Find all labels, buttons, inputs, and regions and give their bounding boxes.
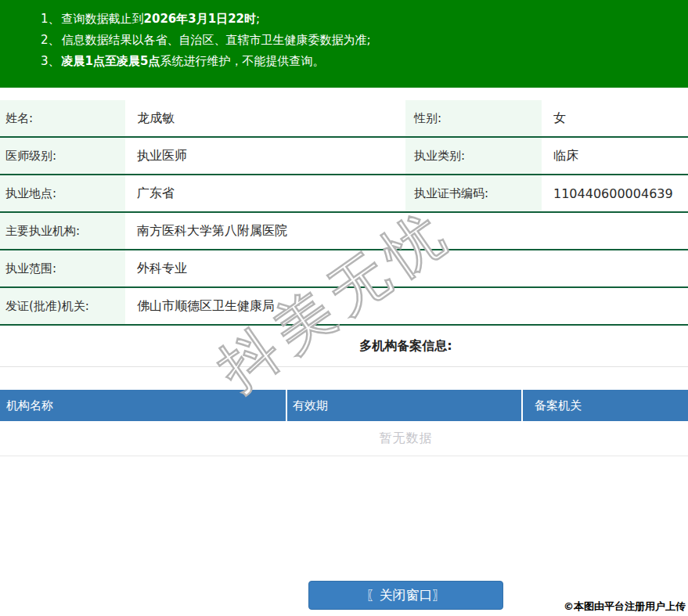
section-title: 多机构备案信息: bbox=[359, 338, 452, 355]
filing-col-institution-name: 机构名称 bbox=[0, 390, 287, 421]
notice-item-1: 1、查询数据截止到2026年3月1日22时; bbox=[41, 9, 688, 30]
info-row-location-certificate: 执业地点: 广东省 执业证书编码: 110440600004639 bbox=[0, 175, 688, 213]
issuing-authority-value: 佛山市顺德区卫生健康局 bbox=[125, 288, 688, 324]
notice-item-3: 3、凌晨1点至凌晨5点系统进行维护，不能提供查询。 bbox=[41, 51, 688, 72]
physician-level-value: 执业医师 bbox=[125, 138, 405, 174]
filing-col-filing-authority: 备案机关 bbox=[523, 390, 688, 421]
practice-scope-value: 外科专业 bbox=[125, 250, 688, 286]
gender-label: 性别: bbox=[405, 100, 542, 136]
notice-text: 信息数据结果以各省、自治区、直辖市卫生健康委数据为准; bbox=[62, 33, 371, 47]
practice-category-value: 临床 bbox=[542, 138, 688, 174]
main-institution-label: 主要执业机构: bbox=[0, 213, 125, 249]
physician-info-table: 姓名: 龙成敏 性别: 女 医师级别: 执业医师 执业类别: 临床 执业地点: … bbox=[0, 100, 688, 326]
practice-category-label: 执业类别: bbox=[405, 138, 542, 174]
physician-level-label: 医师级别: bbox=[0, 138, 125, 174]
notice-number: 3、 bbox=[41, 54, 60, 68]
info-row-main-institution: 主要执业机构: 南方医科大学第八附属医院 bbox=[0, 213, 688, 250]
notice-item-2: 2、信息数据结果以各省、自治区、直辖市卫生健康委数据为准; bbox=[41, 30, 688, 51]
notice-text-bold: 2026年3月1日22时 bbox=[144, 12, 257, 26]
practice-scope-label: 执业范围: bbox=[0, 250, 125, 286]
notice-number: 1、 bbox=[41, 12, 60, 26]
notice-banner: 1、查询数据截止到2026年3月1日22时; 2、信息数据结果以各省、自治区、直… bbox=[0, 0, 688, 88]
issuing-authority-label: 发证(批准)机关: bbox=[0, 288, 125, 324]
name-value: 龙成敏 bbox=[125, 100, 405, 136]
empty-data-text: 暂无数据 bbox=[380, 430, 433, 447]
close-window-button[interactable]: 〖关闭窗口〗 bbox=[308, 581, 503, 610]
footer-credit: ©本图由平台注册用户上传 bbox=[564, 600, 686, 614]
notice-text: ; bbox=[256, 12, 260, 26]
filing-empty-row: 暂无数据 bbox=[0, 421, 688, 456]
notice-text-bold: 凌晨1点至凌晨5点 bbox=[62, 54, 160, 68]
gender-value: 女 bbox=[542, 100, 688, 136]
info-row-issuing-authority: 发证(批准)机关: 佛山市顺德区卫生健康局 bbox=[0, 288, 688, 326]
name-label: 姓名: bbox=[0, 100, 125, 136]
info-row-level-category: 医师级别: 执业医师 执业类别: 临床 bbox=[0, 138, 688, 175]
notice-number: 2、 bbox=[41, 33, 60, 47]
practice-location-label: 执业地点: bbox=[0, 175, 125, 211]
info-row-practice-scope: 执业范围: 外科专业 bbox=[0, 250, 688, 288]
practice-location-value: 广东省 bbox=[125, 175, 405, 211]
certificate-number-value: 110440600004639 bbox=[542, 175, 688, 211]
info-row-name-gender: 姓名: 龙成敏 性别: 女 bbox=[0, 100, 688, 138]
filing-records-table: 机构名称 有效期 备案机关 暂无数据 bbox=[0, 390, 688, 456]
multi-institution-section: 多机构备案信息: bbox=[0, 326, 688, 367]
main-institution-value: 南方医科大学第八附属医院 bbox=[125, 213, 688, 249]
certificate-number-label: 执业证书编码: bbox=[405, 175, 542, 211]
physician-registration-query-page: 1、查询数据截止到2026年3月1日22时; 2、信息数据结果以各省、自治区、直… bbox=[0, 0, 688, 616]
filing-col-validity-period: 有效期 bbox=[287, 390, 523, 421]
filing-table-header: 机构名称 有效期 备案机关 bbox=[0, 390, 688, 421]
notice-text: 查询数据截止到 bbox=[62, 12, 144, 26]
notice-text: 系统进行维护，不能提供查询。 bbox=[160, 54, 324, 68]
